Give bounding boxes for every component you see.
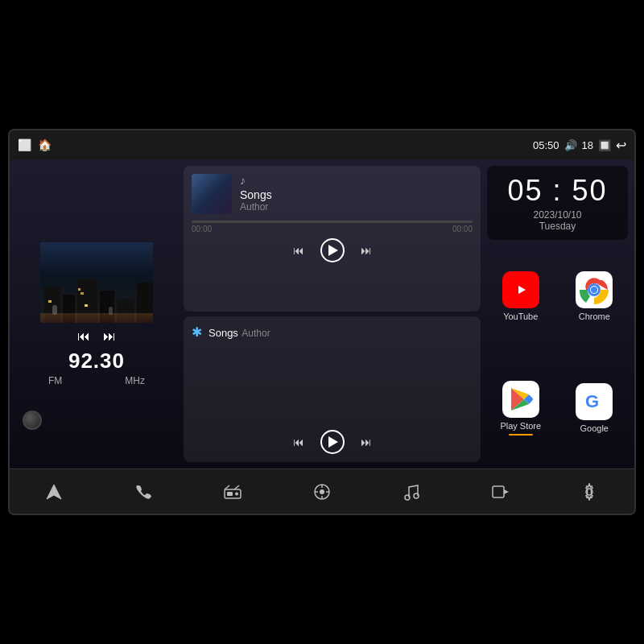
device-frame: ⬜ 🏠 05:50 🔊 18 🔲 ↩ bbox=[8, 129, 636, 515]
svg-point-6 bbox=[591, 287, 597, 293]
playstore-underline bbox=[509, 434, 533, 436]
youtube-label: YouTube bbox=[503, 312, 538, 321]
main-content: ⏮ ⏭ 92.30 FM MHz ♪ bbox=[10, 159, 634, 469]
google-icon: G bbox=[576, 383, 613, 420]
nav-home-button[interactable] bbox=[302, 476, 342, 508]
bluetooth-icon: ✱ bbox=[192, 324, 202, 340]
prev-track-button[interactable]: ⏮ bbox=[77, 329, 90, 344]
svg-rect-12 bbox=[227, 492, 233, 496]
time-start: 00:00 bbox=[192, 225, 212, 233]
nav-radio-button[interactable] bbox=[213, 476, 253, 508]
music-icon bbox=[403, 483, 419, 501]
svg-point-17 bbox=[320, 489, 324, 494]
progress-bar[interactable] bbox=[192, 221, 473, 223]
bluetooth-player-card: ✱ Songs Author ⏮ ⏭ bbox=[184, 316, 481, 462]
nav-settings-button[interactable] bbox=[569, 476, 609, 508]
home-icon[interactable]: 🏠 bbox=[38, 138, 52, 151]
clock-time: 05 : 50 bbox=[498, 174, 617, 208]
bt-song-author: Author bbox=[242, 328, 270, 339]
bt-header: ✱ Songs Author bbox=[192, 324, 473, 340]
app-item-chrome[interactable]: Chrome bbox=[561, 245, 629, 348]
chrome-logo bbox=[580, 275, 609, 304]
bt-song-info: Songs Author bbox=[208, 325, 270, 340]
bt-play-icon bbox=[328, 436, 338, 448]
play-icon bbox=[328, 245, 338, 256]
svg-point-13 bbox=[235, 492, 238, 495]
song-info: ♪ Songs Author bbox=[240, 174, 473, 213]
time-labels: 00:00 00:00 bbox=[192, 225, 473, 233]
status-bar: ⬜ 🏠 05:50 🔊 18 🔲 ↩ bbox=[10, 130, 634, 159]
play-button[interactable] bbox=[320, 238, 345, 262]
svg-marker-10 bbox=[47, 485, 61, 499]
frequency-value: 92.30 bbox=[68, 349, 125, 374]
radio-controls: ⏮ ⏭ bbox=[77, 329, 116, 344]
bottom-nav bbox=[10, 469, 634, 514]
nav-video-button[interactable] bbox=[481, 476, 521, 508]
google-label: Google bbox=[580, 423, 609, 433]
chrome-icon bbox=[576, 271, 613, 308]
battery-icon: 🔲 bbox=[598, 139, 611, 151]
volume-level: 18 bbox=[582, 139, 593, 151]
svg-text:G: G bbox=[585, 391, 599, 411]
left-panel: ⏮ ⏭ 92.30 FM MHz bbox=[16, 166, 177, 462]
clock-widget: 05 : 50 2023/10/10 Tuesday bbox=[487, 166, 628, 240]
playstore-label: Play Store bbox=[500, 421, 541, 431]
home-outline-icon[interactable]: ⬜ bbox=[18, 138, 31, 151]
music-note-icon: ♪ bbox=[240, 174, 473, 187]
bt-play-button[interactable] bbox=[320, 430, 345, 454]
youtube-icon bbox=[502, 271, 539, 308]
band-label: FM bbox=[48, 375, 62, 386]
player-controls: ⏮ ⏭ bbox=[192, 238, 473, 262]
svg-marker-25 bbox=[504, 489, 509, 494]
home-nav-icon bbox=[313, 483, 331, 501]
back-icon[interactable]: ↩ bbox=[616, 138, 626, 153]
frequency-display: 92.30 bbox=[68, 349, 125, 374]
tuner-knob[interactable] bbox=[23, 411, 42, 430]
status-left: ⬜ 🏠 bbox=[18, 138, 52, 151]
clock-date: 2023/10/10 bbox=[498, 209, 617, 221]
app-item-playstore[interactable]: Play Store bbox=[487, 354, 555, 462]
time-end: 00:00 bbox=[452, 225, 473, 233]
status-time: 05:50 bbox=[533, 139, 559, 151]
song-title: Songs bbox=[240, 188, 473, 201]
app-grid: YouTube bbox=[487, 245, 628, 462]
frequency-labels: FM MHz bbox=[48, 375, 145, 386]
status-right: 05:50 🔊 18 🔲 ↩ bbox=[533, 138, 626, 153]
chrome-label: Chrome bbox=[579, 312, 610, 321]
next-track-button[interactable]: ⏭ bbox=[103, 329, 116, 344]
radio-album-art bbox=[40, 242, 153, 323]
bt-song-title: Songs bbox=[208, 327, 238, 339]
skip-back-button[interactable]: ⏮ bbox=[293, 244, 304, 257]
nav-music-button[interactable] bbox=[391, 476, 431, 508]
bt-skip-forward-button[interactable]: ⏭ bbox=[361, 436, 372, 448]
app-item-youtube[interactable]: YouTube bbox=[487, 245, 555, 348]
album-thumbnail bbox=[192, 174, 232, 214]
nav-phone-button[interactable] bbox=[123, 476, 163, 508]
svg-rect-24 bbox=[493, 486, 504, 497]
clock-day: Tuesday bbox=[498, 221, 617, 232]
volume-icon: 🔊 bbox=[564, 139, 577, 151]
music-player-card: ♪ Songs Author 00:00 00:00 ⏮ bbox=[184, 166, 481, 312]
navigation-icon bbox=[45, 483, 63, 501]
unit-label: MHz bbox=[125, 375, 145, 386]
app-item-google[interactable]: G Google bbox=[561, 354, 629, 462]
bt-skip-back-button[interactable]: ⏮ bbox=[293, 436, 304, 448]
radio-icon bbox=[224, 485, 242, 499]
skip-forward-button[interactable]: ⏭ bbox=[361, 244, 372, 257]
nav-navigation-button[interactable] bbox=[34, 476, 74, 508]
video-icon bbox=[492, 485, 510, 498]
bt-controls: ⏮ ⏭ bbox=[192, 430, 473, 454]
phone-icon bbox=[135, 484, 151, 500]
player-header: ♪ Songs Author bbox=[192, 174, 473, 214]
google-logo: G bbox=[580, 387, 609, 416]
right-panel: 05 : 50 2023/10/10 Tuesday YouTube bbox=[487, 166, 628, 462]
settings-icon bbox=[580, 483, 598, 501]
youtube-logo bbox=[510, 282, 532, 298]
middle-panel: ♪ Songs Author 00:00 00:00 ⏮ bbox=[184, 166, 481, 462]
song-author: Author bbox=[240, 201, 473, 213]
playstore-logo bbox=[506, 385, 535, 414]
playstore-icon bbox=[502, 381, 539, 418]
